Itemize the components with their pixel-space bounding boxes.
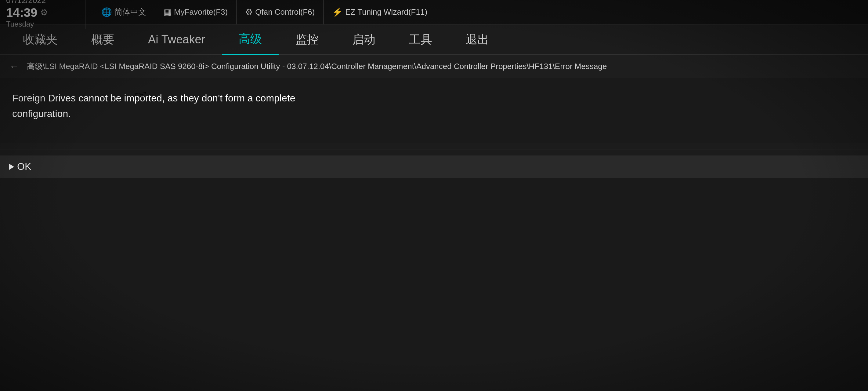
eztuning-icon: ⚡ <box>332 7 343 17</box>
nav-favorites-label: 收藏夹 <box>23 32 58 47</box>
content-area: Foreign Drives cannot be imported, as th… <box>0 78 868 143</box>
nav-favorites[interactable]: 收藏夹 <box>6 24 74 55</box>
qfan-icon: ⚙ <box>245 7 253 17</box>
nav-overview[interactable]: 概要 <box>74 24 131 55</box>
top-bar: 07/12/2022 14:39 ⚙ Tuesday 🌐 简体中文 ▦ MyFa… <box>0 0 868 24</box>
nav-exit[interactable]: 退出 <box>449 24 506 55</box>
nav-bar: 收藏夹 概要 Ai Tweaker 高级 监控 启动 工具 退出 <box>0 24 868 55</box>
ok-label: OK <box>17 161 31 172</box>
breadcrumb-bar: ← 高级\LSI MegaRAID <LSI MegaRAID SAS 9260… <box>0 55 868 78</box>
nav-tools-label: 工具 <box>409 32 432 47</box>
myfavorite-button[interactable]: ▦ MyFavorite(F3) <box>155 0 237 24</box>
time-display: 14:39 <box>6 5 37 20</box>
language-selector[interactable]: 🌐 简体中文 <box>93 0 155 24</box>
nav-advanced[interactable]: 高级 <box>222 24 279 55</box>
nav-boot-label: 启动 <box>352 32 375 47</box>
nav-exit-label: 退出 <box>466 32 489 47</box>
eztuning-button[interactable]: ⚡ EZ Tuning Wizard(F11) <box>323 0 436 24</box>
error-line1: Foreign Drives cannot be imported, as th… <box>12 92 295 104</box>
qfan-button[interactable]: ⚙ Qfan Control(F6) <box>237 0 323 24</box>
language-label: 简体中文 <box>115 7 146 18</box>
qfan-label: Qfan Control(F6) <box>255 7 315 17</box>
error-line2: configuration. <box>12 108 71 119</box>
back-button[interactable]: ← <box>9 61 19 72</box>
breadcrumb-path: 高级\LSI MegaRAID <LSI MegaRAID SAS 9260-8… <box>27 60 607 73</box>
date-display: 07/12/2022 <box>6 0 78 5</box>
nav-tools[interactable]: 工具 <box>392 24 449 55</box>
ok-row: OK <box>0 156 868 178</box>
nav-aitweaker[interactable]: Ai Tweaker <box>131 24 222 55</box>
nav-overview-label: 概要 <box>91 32 115 47</box>
main-content: Foreign Drives cannot be imported, as th… <box>0 78 868 178</box>
eztuning-label: EZ Tuning Wizard(F11) <box>345 7 427 17</box>
nav-monitor-label: 监控 <box>296 32 319 47</box>
nav-advanced-label: 高级 <box>239 31 262 47</box>
ok-triangle-icon <box>9 164 14 170</box>
myfavorite-label: MyFavorite(F3) <box>174 7 228 17</box>
gear-icon[interactable]: ⚙ <box>40 7 48 18</box>
top-bar-actions: 🌐 简体中文 ▦ MyFavorite(F3) ⚙ Qfan Control(F… <box>86 0 862 24</box>
nav-aitweaker-label: Ai Tweaker <box>148 33 205 46</box>
divider <box>0 149 868 149</box>
ok-button[interactable]: OK <box>9 161 31 172</box>
language-icon: 🌐 <box>101 7 112 17</box>
error-message: Foreign Drives cannot be imported, as th… <box>12 90 856 121</box>
nav-monitor[interactable]: 监控 <box>279 24 335 55</box>
myfavorite-icon: ▦ <box>163 7 172 17</box>
nav-boot[interactable]: 启动 <box>335 24 392 55</box>
